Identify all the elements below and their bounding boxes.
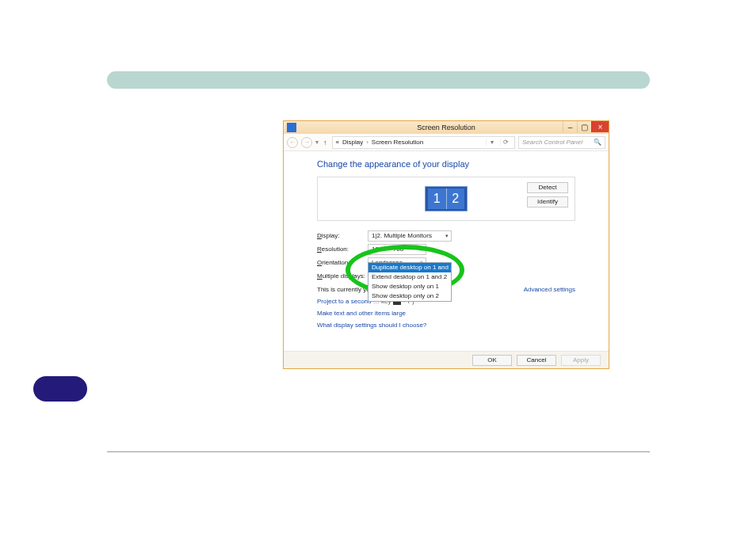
cancel-button[interactable]: Cancel bbox=[517, 355, 556, 366]
monitor-2-label: 2 bbox=[447, 188, 465, 209]
horizontal-divider bbox=[107, 451, 650, 452]
nav-dropdown-icon[interactable]: ▾ bbox=[315, 139, 319, 146]
window-title: Screen Resolution bbox=[284, 124, 609, 131]
resolution-select[interactable]: 1024 × 768 ▾ bbox=[368, 244, 426, 255]
window-titlebar[interactable]: Screen Resolution – ▢ × bbox=[284, 121, 609, 134]
monitor-1-label: 1 bbox=[428, 188, 446, 209]
resolution-label: esolution: bbox=[322, 246, 349, 253]
monitor-thumbnail[interactable]: 1 2 bbox=[425, 186, 468, 211]
dropdown-option-only1[interactable]: Show desktop only on 1 bbox=[368, 282, 451, 291]
nav-back-button[interactable]: ← bbox=[287, 137, 298, 148]
close-button[interactable]: × bbox=[591, 121, 609, 132]
text-size-link[interactable]: Make text and other items large bbox=[317, 310, 575, 317]
breadcrumb-root-chevrons: « bbox=[336, 139, 339, 146]
project-link-text: Project to a second bbox=[317, 298, 371, 305]
display-preview-panel[interactable]: 1 2 Detect Identify bbox=[317, 177, 575, 221]
dropdown-option-only2[interactable]: Show desktop only on 2 bbox=[368, 291, 451, 301]
advanced-settings-link[interactable]: Advanced settings bbox=[524, 286, 575, 293]
multiple-label: ultiple displays: bbox=[323, 272, 365, 280]
apply-button[interactable]: Apply bbox=[561, 355, 601, 366]
breadcrumb[interactable]: « Display › Screen Resolution ▾ ⟳ bbox=[332, 136, 516, 149]
search-icon: 🔍 bbox=[594, 139, 601, 146]
dropdown-option-extend[interactable]: Extend desktop on 1 and 2 bbox=[368, 272, 451, 282]
breadcrumb-history-icon[interactable]: ▾ bbox=[486, 139, 497, 146]
detect-button[interactable]: Detect bbox=[527, 182, 568, 193]
dropdown-option-duplicate[interactable]: Duplicate desktop on 1 and 2 bbox=[368, 263, 451, 272]
display-row: Display: 1|2. Multiple Monitors ▾ bbox=[317, 229, 575, 242]
search-placeholder: Search Control Panel bbox=[522, 139, 582, 146]
maximize-button[interactable]: ▢ bbox=[577, 121, 591, 132]
nav-up-button[interactable]: ↑ bbox=[322, 139, 329, 147]
dialog-footer: OK Cancel Apply bbox=[284, 351, 609, 368]
search-input[interactable]: Search Control Panel 🔍 bbox=[518, 136, 605, 149]
page-title: Change the appearance of your display bbox=[317, 159, 575, 169]
minimize-button[interactable]: – bbox=[563, 121, 577, 132]
ok-button[interactable]: OK bbox=[472, 355, 512, 366]
chevron-down-icon: ▾ bbox=[420, 246, 423, 253]
display-select[interactable]: 1|2. Multiple Monitors ▾ bbox=[368, 230, 452, 242]
multiple-displays-dropdown[interactable]: Duplicate desktop on 1 and 2 Extend desk… bbox=[368, 262, 452, 302]
display-select-value: 1|2. Multiple Monitors bbox=[372, 232, 432, 239]
explorer-navbar: ← → ▾ ↑ « Display › Screen Resolution ▾ … bbox=[284, 134, 609, 151]
window-controls: – ▢ × bbox=[563, 121, 609, 132]
decorative-banner bbox=[107, 71, 650, 89]
screen-resolution-window: Screen Resolution – ▢ × ← → ▾ ↑ « Displa… bbox=[283, 120, 609, 369]
multiple-label-accel: M bbox=[317, 272, 323, 280]
breadcrumb-seg-display[interactable]: Display bbox=[342, 139, 363, 146]
orientation-label: rientation: bbox=[322, 259, 349, 266]
chevron-right-icon: › bbox=[366, 139, 368, 146]
resolution-select-value: 1024 × 768 bbox=[372, 246, 403, 253]
chevron-down-icon: ▾ bbox=[445, 233, 449, 239]
content-area: Change the appearance of your display 1 … bbox=[284, 151, 609, 351]
which-settings-link[interactable]: What display settings should I choose? bbox=[317, 322, 575, 329]
identify-button[interactable]: Identify bbox=[527, 196, 568, 207]
resolution-row: Resolution: 1024 × 768 ▾ bbox=[317, 242, 575, 256]
display-label: isplay: bbox=[322, 232, 340, 239]
nav-forward-button[interactable]: → bbox=[301, 137, 312, 148]
breadcrumb-seg-resolution[interactable]: Screen Resolution bbox=[372, 139, 423, 146]
decorative-pill bbox=[33, 376, 87, 402]
refresh-button[interactable]: ⟳ bbox=[500, 139, 511, 146]
